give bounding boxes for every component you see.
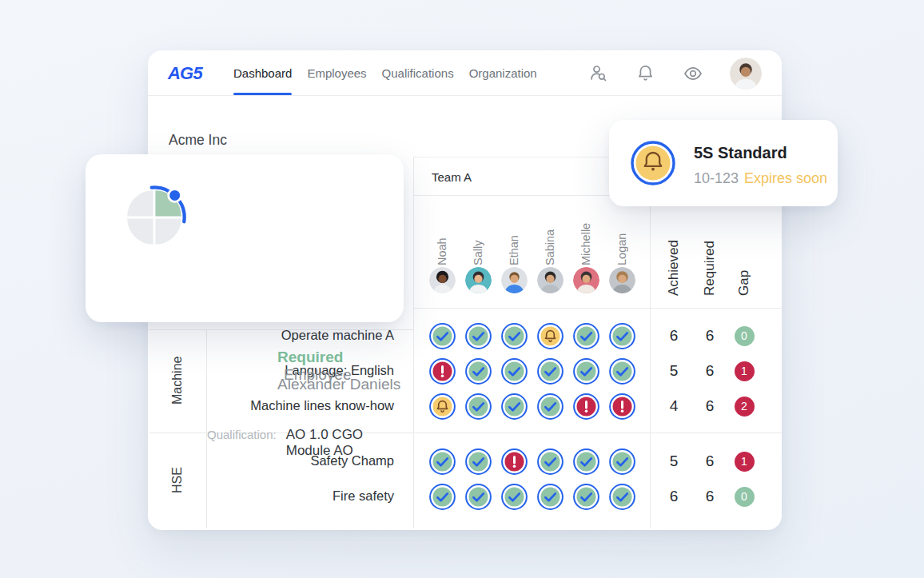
employee-column-name[interactable]: Sabina bbox=[542, 198, 558, 265]
nav-tab-qualifications[interactable]: Qualifications bbox=[382, 66, 454, 80]
gap-badge: 1 bbox=[735, 361, 755, 381]
achieved-value: 6 bbox=[658, 488, 690, 505]
status-alert-icon[interactable] bbox=[501, 448, 528, 475]
employee-avatar[interactable] bbox=[609, 267, 635, 293]
required-value: 6 bbox=[694, 362, 726, 380]
table-vline bbox=[650, 195, 651, 528]
watch-eye-icon[interactable] bbox=[682, 62, 704, 85]
achieved-value: 6 bbox=[658, 327, 690, 345]
status-check-icon[interactable] bbox=[537, 358, 564, 385]
status-check-icon[interactable] bbox=[501, 484, 528, 510]
status-check-icon[interactable] bbox=[465, 484, 492, 510]
table-vline bbox=[413, 157, 414, 528]
summary-column-required: Required bbox=[701, 201, 719, 296]
employee-tooltip-card: Required Employee Alexander Daniels Qual… bbox=[86, 154, 404, 322]
nav-tab-employees[interactable]: Employees bbox=[307, 66, 366, 80]
qualification-label: Qualification: bbox=[207, 428, 277, 441]
required-value: 6 bbox=[694, 488, 726, 505]
status-check-icon[interactable] bbox=[465, 448, 492, 475]
employee-column-name[interactable]: Logan bbox=[614, 198, 630, 265]
status-check-icon[interactable] bbox=[573, 323, 599, 349]
status-check-icon[interactable] bbox=[501, 358, 528, 385]
status-alert-icon[interactable] bbox=[429, 358, 456, 385]
status-check-icon[interactable] bbox=[609, 448, 635, 475]
status-check-icon[interactable] bbox=[537, 484, 564, 510]
qualification-pie-icon bbox=[121, 185, 187, 253]
employee-avatar[interactable] bbox=[537, 267, 564, 293]
required-badge: Required bbox=[277, 349, 343, 365]
employee-avatar[interactable] bbox=[573, 267, 599, 293]
nav-actions bbox=[587, 50, 762, 96]
status-alert-icon[interactable] bbox=[609, 393, 635, 420]
skill-row-label: Fire safety bbox=[224, 488, 394, 504]
expiry-notification-card: 5S Standard 10-123Expires soon bbox=[609, 120, 838, 206]
user-search-icon[interactable] bbox=[587, 62, 609, 84]
skill-row-label: Operate machine A bbox=[224, 328, 394, 343]
stage: AG5 DashboardEmployeesQualificationsOrga… bbox=[0, 0, 924, 578]
notifications-bell-icon[interactable] bbox=[635, 62, 656, 84]
qualification-code: 10-123 bbox=[694, 170, 739, 186]
status-check-icon[interactable] bbox=[465, 323, 492, 349]
achieved-value: 4 bbox=[658, 397, 690, 415]
status-check-icon[interactable] bbox=[609, 484, 635, 510]
status-alert-icon[interactable] bbox=[573, 393, 599, 420]
status-check-icon[interactable] bbox=[429, 484, 456, 510]
expiry-status-badge: Expires soon bbox=[744, 170, 827, 186]
employee-avatar[interactable] bbox=[465, 267, 492, 293]
achieved-value: 5 bbox=[658, 452, 690, 470]
employee-avatar[interactable] bbox=[501, 267, 528, 293]
status-check-icon[interactable] bbox=[429, 323, 456, 349]
expiry-card-title: 5S Standard bbox=[694, 144, 787, 162]
employee-column-name[interactable]: Ethan bbox=[506, 198, 522, 265]
status-check-icon[interactable] bbox=[609, 323, 635, 349]
required-value: 6 bbox=[694, 452, 726, 470]
employee-column-name[interactable]: Noah bbox=[434, 198, 450, 265]
summary-column-gap: Gap bbox=[735, 201, 753, 296]
gap-badge: 1 bbox=[735, 452, 755, 472]
team-header[interactable]: Team A bbox=[432, 170, 472, 184]
status-check-icon[interactable] bbox=[465, 358, 492, 385]
employee-column-name[interactable]: Sally bbox=[470, 198, 486, 265]
employee-avatar[interactable] bbox=[429, 267, 456, 293]
gap-badge: 2 bbox=[735, 397, 755, 417]
status-check-icon[interactable] bbox=[537, 393, 564, 420]
group-label-hse: HSE bbox=[169, 436, 186, 524]
status-check-icon[interactable] bbox=[573, 448, 599, 475]
status-check-icon[interactable] bbox=[501, 393, 528, 420]
top-navbar: AG5 DashboardEmployeesQualificationsOrga… bbox=[148, 50, 782, 96]
nav-tab-organization[interactable]: Organization bbox=[469, 66, 537, 80]
nav-tab-dashboard[interactable]: Dashboard bbox=[233, 66, 292, 80]
page-title: Acme Inc bbox=[169, 132, 227, 149]
qualification-value: AO 1.0 CGO Module AO bbox=[286, 427, 404, 459]
active-tab-underline bbox=[233, 93, 292, 95]
employee-column-name[interactable]: Michelle bbox=[578, 198, 594, 265]
ag5-logo: AG5 bbox=[168, 63, 202, 84]
status-check-icon[interactable] bbox=[537, 448, 564, 475]
status-check-icon[interactable] bbox=[465, 393, 492, 420]
employee-name: Alexander Daniels bbox=[277, 376, 400, 393]
gap-badge: 0 bbox=[735, 326, 755, 346]
summary-column-achieved: Achieved bbox=[665, 201, 683, 296]
required-value: 6 bbox=[694, 327, 726, 345]
table-hline bbox=[413, 308, 782, 309]
skill-row-label: Machine lines know-how bbox=[224, 398, 394, 413]
status-check-icon[interactable] bbox=[573, 484, 599, 510]
group-label-machine: Machine bbox=[169, 337, 186, 425]
expiry-card-subtitle: 10-123Expires soon bbox=[694, 170, 827, 187]
gap-badge: 0 bbox=[735, 487, 755, 507]
status-check-icon[interactable] bbox=[609, 358, 635, 385]
required-value: 6 bbox=[694, 397, 726, 415]
status-check-icon[interactable] bbox=[429, 448, 456, 475]
qualification-row: Qualification: AO 1.0 CGO Module AO bbox=[207, 427, 404, 459]
expiry-bell-icon bbox=[630, 140, 676, 189]
status-check-icon[interactable] bbox=[573, 358, 599, 385]
user-avatar[interactable] bbox=[730, 58, 762, 90]
achieved-value: 5 bbox=[658, 362, 690, 380]
status-bell-icon[interactable] bbox=[429, 393, 456, 420]
status-bell-icon[interactable] bbox=[537, 323, 564, 349]
status-check-icon[interactable] bbox=[501, 323, 528, 349]
nav-menu: DashboardEmployeesQualificationsOrganiza… bbox=[233, 50, 537, 96]
